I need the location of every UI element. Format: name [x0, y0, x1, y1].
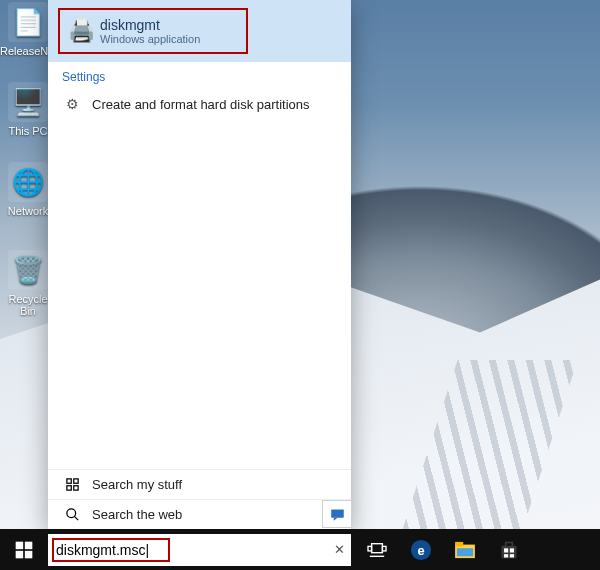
magnifier-icon	[62, 507, 82, 522]
svg-rect-11	[25, 550, 33, 558]
gear-icon: ⚙	[62, 94, 82, 114]
clear-icon[interactable]: ✕	[334, 534, 345, 566]
file-explorer-button[interactable]	[443, 529, 487, 570]
svg-rect-22	[506, 542, 513, 546]
network-icon: 🌐	[8, 162, 48, 202]
search-box[interactable]: ✕	[48, 534, 351, 566]
svg-point-4	[66, 509, 75, 518]
search-the-web[interactable]: Search the web	[48, 499, 351, 529]
svg-rect-23	[504, 548, 508, 552]
app-icon: 🖨️	[62, 12, 100, 50]
svg-rect-6	[331, 509, 344, 517]
svg-rect-24	[510, 548, 514, 552]
search-input[interactable]	[48, 538, 351, 562]
svg-rect-19	[455, 541, 463, 546]
section-header-settings: Settings	[48, 62, 351, 88]
start-button[interactable]	[0, 529, 48, 570]
svg-rect-21	[502, 545, 517, 558]
search-icon	[62, 477, 82, 492]
task-view-button[interactable]	[355, 529, 399, 570]
best-match-result[interactable]: 🖨️ diskmgmt Windows application	[58, 8, 248, 54]
svg-rect-9	[25, 541, 33, 549]
settings-result-create-format-partitions[interactable]: ⚙ Create and format hard disk partitions	[48, 88, 351, 120]
best-match-title: diskmgmt	[100, 17, 200, 33]
svg-rect-20	[457, 548, 473, 556]
svg-rect-3	[66, 486, 70, 490]
svg-rect-1	[73, 479, 77, 483]
edge-button[interactable]: e	[399, 529, 443, 570]
pc-icon: 🖥️	[8, 82, 48, 122]
settings-result-label: Create and format hard disk partitions	[92, 97, 310, 112]
search-the-web-label: Search the web	[92, 507, 182, 522]
best-match-section: 🖨️ diskmgmt Windows application	[48, 0, 351, 62]
svg-text:e: e	[417, 542, 424, 557]
store-button[interactable]	[487, 529, 531, 570]
file-icon: 📄	[8, 2, 48, 42]
svg-rect-2	[73, 486, 77, 490]
svg-rect-25	[504, 554, 508, 557]
svg-rect-0	[66, 479, 70, 483]
search-panel: 🖨️ diskmgmt Windows application Settings…	[48, 0, 351, 529]
svg-marker-7	[333, 517, 337, 520]
feedback-button[interactable]	[322, 500, 352, 528]
svg-rect-8	[16, 541, 24, 549]
svg-rect-12	[372, 543, 383, 552]
svg-rect-26	[510, 554, 514, 557]
recycle-icon: 🗑️	[8, 250, 48, 290]
taskbar: ✕ e	[0, 529, 600, 570]
svg-rect-14	[382, 546, 386, 551]
search-my-stuff[interactable]: Search my stuff	[48, 469, 351, 499]
best-match-subtitle: Windows application	[100, 33, 200, 46]
search-my-stuff-label: Search my stuff	[92, 477, 182, 492]
svg-rect-10	[16, 550, 24, 558]
svg-line-5	[74, 516, 78, 520]
svg-rect-13	[368, 546, 372, 551]
